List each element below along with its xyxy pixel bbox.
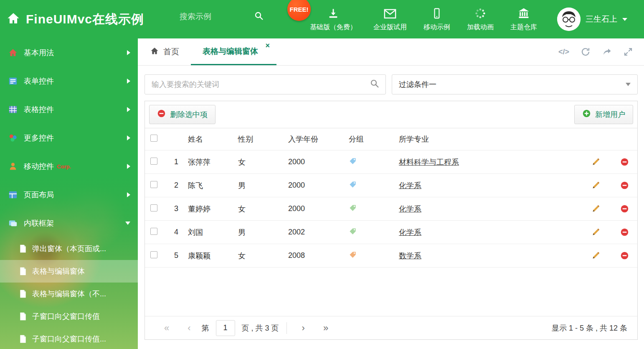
brand[interactable]: FineUIMvc在线示例 <box>7 0 144 38</box>
code-icon[interactable]: </> <box>558 48 569 56</box>
search-icon[interactable] <box>370 79 380 90</box>
sidebar-subitem-child-to-parent-2[interactable]: 子窗口向父窗口传值... <box>0 328 138 349</box>
major-link[interactable]: 化学系 <box>399 228 421 237</box>
sidebar-subitem-grid-edit-window[interactable]: 表格与编辑窗体 <box>0 260 138 283</box>
nav-label: 基础版（免费） <box>310 23 357 32</box>
page-number-input[interactable] <box>216 320 235 336</box>
chevron-right-icon <box>127 164 130 169</box>
edit-icon[interactable] <box>591 158 611 166</box>
keyword-search-input[interactable] <box>151 80 370 89</box>
plus-circle-icon <box>582 109 591 120</box>
add-user-button[interactable]: 新增用户 <box>574 105 633 124</box>
search-icon[interactable] <box>254 11 264 23</box>
tab-home[interactable]: 首页 <box>138 38 191 65</box>
cell-name: 张萍萍 <box>188 157 238 167</box>
delete-icon[interactable] <box>611 204 637 213</box>
home-icon <box>7 12 20 27</box>
prev-page-button[interactable]: ‹ <box>178 324 200 333</box>
edit-icon[interactable] <box>591 228 611 237</box>
chevron-down-icon <box>626 83 631 86</box>
pagination-bar: « ‹ 第 页 , 共 3 页 › » 显示 1 - 5 条 , 共 12 条 <box>145 316 637 339</box>
major-link[interactable]: 化学系 <box>399 205 421 213</box>
sidebar-item-form-controls[interactable]: 表单控件 <box>0 67 138 95</box>
spinner-icon <box>474 7 486 19</box>
bank-icon <box>517 7 530 19</box>
table-empty-space <box>145 267 637 316</box>
nav-item-loading-animation[interactable]: 加载动画 <box>459 7 502 32</box>
cell-year: 2008 <box>288 251 349 260</box>
delete-selected-label: 删除选中项 <box>170 110 208 120</box>
mail-icon <box>384 7 396 19</box>
sidebar-subitem-grid-edit-window-no[interactable]: 表格与编辑窗体（不... <box>0 283 138 305</box>
chevron-right-icon <box>127 50 130 55</box>
header-search-input[interactable] <box>179 12 239 22</box>
sidebar-item-label: 内联框架 <box>24 218 54 228</box>
table-row: 3 董婷婷 女 2000 化学系 <box>145 197 637 221</box>
sidebar-item-more-controls[interactable]: 更多控件 <box>0 124 138 152</box>
delete-icon[interactable] <box>611 181 637 190</box>
sidebar-subitem-label: 表格与编辑窗体 <box>32 266 85 276</box>
tab-home-label: 首页 <box>163 46 179 57</box>
row-checkbox[interactable] <box>150 181 157 188</box>
tab-bar: 首页 表格与编辑窗体 × </> <box>138 38 644 66</box>
tag-icon <box>349 251 357 261</box>
fullscreen-icon[interactable] <box>623 47 633 57</box>
home-tab-icon <box>150 47 159 57</box>
row-checkbox[interactable] <box>150 204 157 211</box>
download-icon <box>327 7 339 19</box>
minus-circle-icon <box>157 109 166 120</box>
delete-icon[interactable] <box>611 228 637 237</box>
nav-item-theme-store[interactable]: 主题仓库 <box>502 7 545 32</box>
cell-gender: 女 <box>238 157 288 167</box>
sidebar-item-grid-controls[interactable]: 表格控件 <box>0 95 138 124</box>
forward-icon[interactable] <box>602 47 612 57</box>
major-link[interactable]: 化学系 <box>399 181 421 190</box>
major-link[interactable]: 数学系 <box>399 252 421 260</box>
row-checkbox[interactable] <box>150 228 157 235</box>
nav-label: 加载动画 <box>467 23 494 32</box>
select-all-checkbox[interactable] <box>150 135 157 142</box>
tab-grid-edit-window[interactable]: 表格与编辑窗体 × <box>191 38 276 65</box>
add-user-label: 新增用户 <box>595 110 625 120</box>
edit-icon[interactable] <box>591 251 611 260</box>
delete-icon[interactable] <box>611 251 637 260</box>
first-page-button[interactable]: « <box>155 324 178 333</box>
table-header-row: 姓名 性别 入学年份 分组 所学专业 <box>145 128 637 150</box>
close-icon[interactable]: × <box>265 42 270 49</box>
corp-badge: Corp. <box>57 163 71 170</box>
sidebar-subitem-label: 表格与编辑窗体（不... <box>32 289 106 299</box>
avatar[interactable] <box>557 8 581 31</box>
sidebar-item-mobile-controls[interactable]: 移动控件 Corp. <box>0 152 138 181</box>
page-prefix-label: 第 <box>202 323 209 333</box>
record-summary: 显示 1 - 5 条 , 共 12 条 <box>552 323 627 333</box>
sidebar-subitem-child-to-parent[interactable]: 子窗口向父窗口传值 <box>0 305 138 328</box>
refresh-icon[interactable] <box>581 47 591 57</box>
row-number: 4 <box>165 228 188 237</box>
row-checkbox[interactable] <box>150 251 157 258</box>
last-page-button[interactable]: » <box>314 324 337 333</box>
tab-tools: </> <box>558 38 644 65</box>
filter-dropdown[interactable]: 过滤条件一 <box>392 74 638 94</box>
sidebar-item-page-layout[interactable]: 页面布局 <box>0 181 138 209</box>
sidebar-item-basic-usage[interactable]: 基本用法 <box>0 38 138 67</box>
top-header: FineUIMvc在线示例 FREE! 基础版（免费） 企业版试用 <box>0 0 644 38</box>
edit-icon[interactable] <box>591 204 611 213</box>
tag-icon <box>349 157 357 167</box>
user-menu[interactable]: 三生石上 <box>557 0 627 38</box>
row-checkbox[interactable] <box>150 158 157 165</box>
sidebar-item-iframe[interactable]: 内联框架 <box>0 209 138 237</box>
form-icon <box>8 76 18 86</box>
major-link[interactable]: 材料科学与工程系 <box>399 158 459 166</box>
sidebar-subitem-popup-window[interactable]: 弹出窗体（本页面或... <box>0 237 138 260</box>
edit-icon[interactable] <box>591 181 611 190</box>
nav-item-enterprise-trial[interactable]: 企业版试用 <box>365 7 415 32</box>
nav-item-basic-edition[interactable]: 基础版（免费） <box>302 7 365 32</box>
cell-year: 2000 <box>288 158 349 166</box>
nav-item-mobile-demo[interactable]: 移动示例 <box>415 7 459 32</box>
delete-icon[interactable] <box>611 158 637 166</box>
row-number: 1 <box>165 158 188 166</box>
cell-name: 董婷婷 <box>188 204 238 214</box>
next-page-button[interactable]: › <box>293 324 314 333</box>
cell-name: 康颖颖 <box>188 251 238 261</box>
delete-selected-button[interactable]: 删除选中项 <box>149 105 216 124</box>
